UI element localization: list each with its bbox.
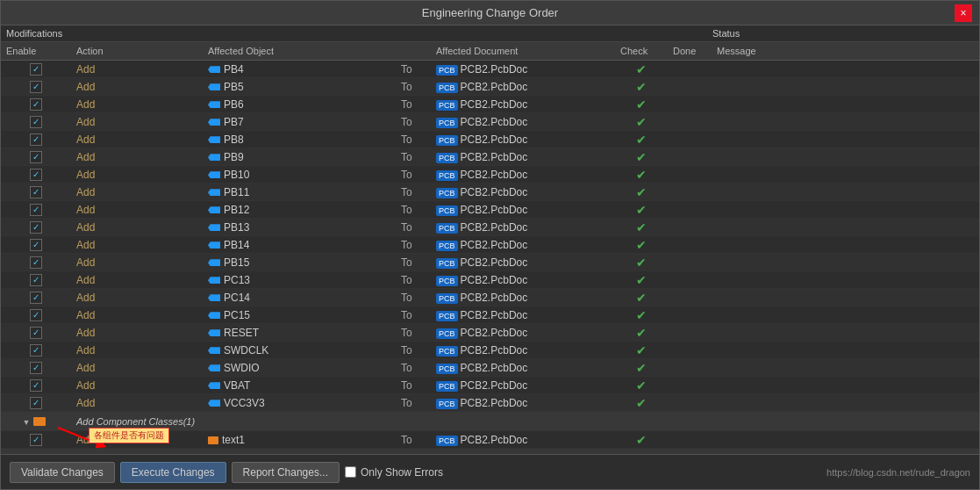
row-checkbox-10[interactable] [30, 239, 42, 251]
row-action-17: Add [71, 358, 203, 378]
row-checkbox-0[interactable] [30, 63, 42, 76]
close-button[interactable]: × [955, 4, 972, 22]
row-checkbox-9[interactable] [30, 221, 42, 234]
execute-changes-button[interactable]: Execute Changes [120, 462, 226, 483]
table-row: Add VCC3V3 To PCBPCB2.PcbDoc ✔ [1, 394, 979, 412]
row-message-1 [712, 83, 887, 90]
row-to-2: To [396, 95, 431, 114]
row-object-13: PC14 [203, 288, 396, 307]
row-checkbox-6[interactable] [30, 169, 42, 181]
doc-chip-16: PCB [436, 346, 458, 357]
row-checkbox-13[interactable] [30, 292, 42, 304]
check-icon: ✔ [636, 133, 647, 147]
doc-chip-7: PCB [436, 188, 458, 198]
row-to-18: To [396, 376, 431, 395]
doc-chip-3: PCB [436, 118, 458, 128]
row-checkbox-16[interactable] [30, 344, 42, 357]
pin-icon-2 [208, 101, 220, 108]
row-done-11 [668, 259, 712, 266]
row-doc-8: PCBPCB2.PcbDoc [431, 200, 615, 220]
report-changes-button[interactable]: Report Changes... [232, 462, 340, 483]
cc-checkbox[interactable] [30, 434, 42, 446]
row-checkbox-2[interactable] [30, 98, 42, 111]
check-icon: ✔ [636, 361, 647, 375]
pin-icon-9 [208, 224, 220, 231]
component-class-group-label: Add Component Classes(1) [76, 416, 195, 427]
section-headers: Modifications Status [1, 25, 979, 42]
pin-icon-19 [208, 400, 220, 407]
only-show-errors-checkbox[interactable] [345, 466, 356, 478]
only-show-errors-label[interactable]: Only Show Errors [345, 466, 443, 479]
row-doc-11: PCBPCB2.PcbDoc [431, 253, 615, 272]
row-message-6 [712, 171, 887, 178]
row-checkbox-1[interactable] [30, 81, 42, 93]
row-object-3: PB7 [203, 112, 396, 132]
row-checkbox-7[interactable] [30, 186, 42, 198]
row-checkbox-8[interactable] [30, 204, 42, 216]
row-to-0: To [396, 61, 431, 79]
validate-changes-button[interactable]: Validate Changes [10, 462, 115, 483]
row-message-13 [712, 294, 887, 301]
row-message-18 [712, 382, 887, 389]
pin-icon-16 [208, 347, 220, 354]
row-object-16: SWDCLK [203, 341, 396, 360]
row-object-9: PB13 [203, 218, 396, 237]
row-message-0 [712, 66, 887, 73]
row-done-2 [668, 101, 712, 108]
check-icon: ✔ [636, 308, 647, 322]
row-to-17: To [396, 358, 431, 378]
row-done-5 [668, 154, 712, 161]
bottom-bar: 各组件是否有问题 Validate Changes Execute Change… [1, 454, 979, 489]
doc-chip-14: PCB [436, 311, 458, 321]
row-done-16 [668, 347, 712, 354]
row-checkbox-3[interactable] [30, 116, 42, 128]
watermark: https://blog.csdn.net/rude_dragon [826, 467, 970, 478]
row-action-9: Add [71, 218, 203, 237]
row-checkbox-19[interactable] [30, 397, 42, 409]
row-done-7 [668, 189, 712, 196]
row-doc-0: PCBPCB2.PcbDoc [431, 61, 615, 79]
table-row: Add PC13 To PCBPCB2.PcbDoc ✔ [1, 271, 979, 289]
table-row: Add VBAT To PCBPCB2.PcbDoc ✔ [1, 377, 979, 394]
row-checkbox-15[interactable] [30, 327, 42, 339]
row-object-7: PB11 [203, 183, 396, 202]
row-to-7: To [396, 183, 431, 202]
row-doc-10: PCBPCB2.PcbDoc [431, 235, 615, 255]
doc-chip-2: PCB [436, 100, 458, 111]
row-done-3 [668, 119, 712, 126]
expand-component-class[interactable] [23, 415, 31, 428]
row-doc-9: PCBPCB2.PcbDoc [431, 218, 615, 237]
status-label: Status [707, 25, 979, 41]
row-message-3 [712, 119, 887, 126]
pin-icon-18 [208, 382, 220, 389]
row-doc-17: PCBPCB2.PcbDoc [431, 358, 615, 378]
cc-message [712, 436, 887, 443]
pin-icon-7 [208, 189, 220, 196]
row-object-0: PB4 [203, 61, 396, 79]
row-checkbox-12[interactable] [30, 274, 42, 286]
doc-chip-9: PCB [436, 223, 458, 234]
cc-object: text1 [203, 430, 396, 450]
check-icon: ✔ [636, 115, 647, 129]
row-doc-5: PCBPCB2.PcbDoc [431, 148, 615, 167]
row-object-18: VBAT [203, 376, 396, 395]
row-checkbox-14[interactable] [30, 309, 42, 321]
row-checkbox-11[interactable] [30, 256, 42, 269]
row-done-9 [668, 224, 712, 231]
row-object-8: PB12 [203, 200, 396, 220]
row-action-2: Add [71, 95, 203, 114]
row-to-16: To [396, 341, 431, 360]
row-doc-7: PCBPCB2.PcbDoc [431, 183, 615, 202]
row-checkbox-5[interactable] [30, 151, 42, 163]
cc-check: ✔ [615, 429, 668, 450]
row-checkbox-18[interactable] [30, 379, 42, 392]
row-object-5: PB9 [203, 148, 396, 167]
row-object-4: PB8 [203, 130, 396, 149]
row-done-1 [668, 83, 712, 90]
row-done-18 [668, 382, 712, 389]
check-icon: ✔ [636, 80, 647, 94]
row-checkbox-4[interactable] [30, 133, 42, 146]
check-icon: ✔ [636, 396, 647, 410]
row-done-8 [668, 206, 712, 213]
row-checkbox-17[interactable] [30, 362, 42, 374]
